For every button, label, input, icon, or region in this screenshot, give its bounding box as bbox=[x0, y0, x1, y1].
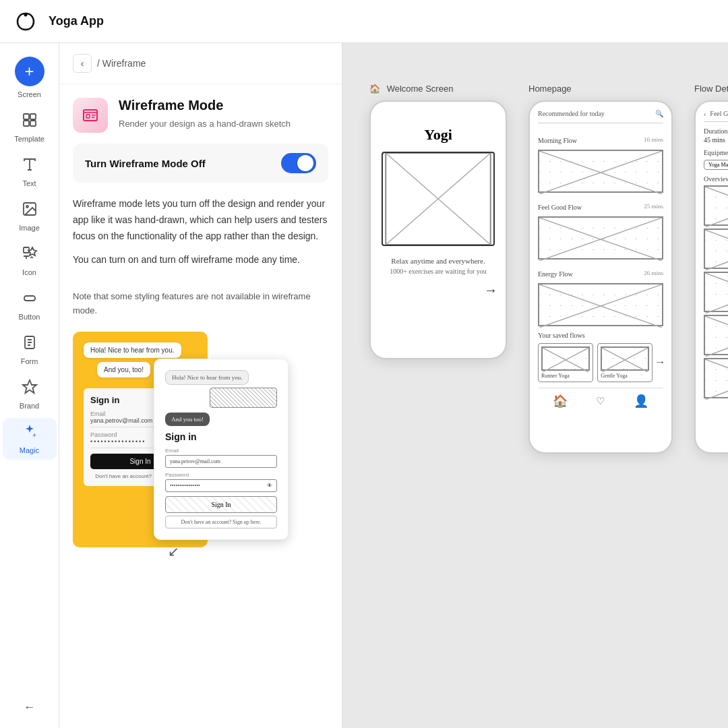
flow-detail-label: Flow Detail bbox=[694, 84, 728, 94]
welcome-wf-screen: Yogi Relax anytime and everywhere. 1000+… bbox=[371, 102, 506, 358]
form-label: Form bbox=[21, 357, 38, 365]
saved-card-1[interactable]: Runner Yoga bbox=[538, 343, 593, 382]
sidebar-item-brand[interactable]: Brand bbox=[3, 373, 57, 415]
sidebar-item-magic[interactable]: Magic bbox=[3, 418, 57, 460]
svg-line-34 bbox=[705, 359, 728, 400]
wireframe-hero: Wireframe Mode Render your design as a h… bbox=[59, 84, 342, 144]
homepage-wf-screen: Recommended for today 🔍 Morning Flow 16 … bbox=[530, 102, 671, 452]
wireframe-description: Render your design as a hand-drawn sketc… bbox=[119, 117, 291, 131]
chip-1[interactable]: Yoga Mat bbox=[704, 160, 728, 170]
wf-signup-link[interactable]: Don't have an account? Sign up here. bbox=[165, 516, 277, 528]
svg-line-32 bbox=[705, 316, 728, 357]
welcome-image-placeholder bbox=[382, 152, 495, 246]
icon-icon bbox=[22, 245, 38, 266]
welcome-subtext: 1000+ exercises are waiting for you bbox=[382, 268, 495, 275]
panel-breadcrumb: / Wireframe bbox=[97, 58, 146, 69]
description-paragraph-2: You can turn on and turn off wireframe m… bbox=[73, 252, 328, 268]
morning-flow-row: Morning Flow 16 mins bbox=[538, 131, 663, 147]
welcome-screen-label: 🏠 Welcome Screen bbox=[369, 84, 507, 94]
panel-header: ‹ / Wireframe bbox=[59, 43, 342, 84]
svg-line-28 bbox=[705, 230, 728, 270]
add-screen-button[interactable]: + bbox=[15, 57, 44, 86]
sidebar-item-icon[interactable]: Icon bbox=[3, 240, 57, 282]
svg-line-26 bbox=[705, 187, 728, 227]
flow-image-3 bbox=[704, 272, 728, 312]
text-icon bbox=[22, 156, 38, 177]
toggle-row: Turn Wireframe Mode Off bbox=[73, 144, 328, 183]
wf-signin-title: Sign in bbox=[165, 431, 277, 442]
button-label: Button bbox=[19, 313, 40, 321]
chat-bubble-1: Hola! Nice to hear from you. bbox=[84, 342, 181, 358]
wireframe-icon bbox=[73, 98, 108, 133]
homepage-container: Homepage Recommended for today 🔍 Morning… bbox=[528, 84, 673, 454]
panel-previews: Hola! Nice to hear from you. And you, to… bbox=[73, 332, 328, 588]
sidebar-back-button[interactable]: ← bbox=[3, 695, 57, 720]
svg-marker-10 bbox=[23, 380, 36, 393]
homepage-phone-frame: Recommended for today 🔍 Morning Flow 16 … bbox=[528, 100, 673, 454]
energy-flow-row: Energy Flow 26 mins bbox=[538, 265, 663, 280]
chat-bubble-2: And you, too! bbox=[97, 362, 150, 377]
wf-password-field[interactable]: •••••••••••••••• 👁 bbox=[165, 479, 277, 492]
signin-front-card: Hola! Nice to hear from you. And you too… bbox=[154, 359, 289, 540]
wf-email-field[interactable]: yana.petrov@mail.com bbox=[165, 455, 277, 468]
home-icon: 🏠 bbox=[369, 84, 380, 94]
svg-line-35 bbox=[705, 359, 728, 400]
template-icon bbox=[22, 112, 38, 132]
flow-detail-container: Flow Detail ‹ Feel G... Duration 45 mins… bbox=[694, 84, 728, 454]
wf-hatch-box bbox=[210, 388, 277, 408]
saved-flows-row: Runner Yoga Gentle Yoga → bbox=[538, 343, 663, 382]
svg-rect-3 bbox=[24, 121, 29, 126]
welcome-next-arrow[interactable]: → bbox=[382, 283, 495, 299]
sidebar-item-text[interactable]: Text bbox=[3, 151, 57, 193]
wf-chat-1: Hola! Nice to hear from you. bbox=[165, 370, 249, 385]
flow-back-btn[interactable]: ‹ bbox=[704, 110, 706, 117]
welcome-screen-container: 🏠 Welcome Screen Yogi Relax anytime and … bbox=[369, 84, 507, 359]
svg-line-29 bbox=[705, 230, 728, 270]
nav-profile[interactable]: 👤 bbox=[634, 394, 648, 408]
panel-back-button[interactable]: ‹ bbox=[73, 54, 92, 73]
svg-rect-2 bbox=[30, 114, 36, 119]
sidebar-item-screen[interactable]: + Screen bbox=[3, 51, 57, 104]
welcome-phone-frame: Yogi Relax anytime and everywhere. 1000+… bbox=[369, 100, 507, 359]
morning-flow-image bbox=[538, 150, 663, 193]
saved-flows-label: Your saved flows bbox=[538, 332, 663, 339]
template-label: Template bbox=[14, 135, 44, 143]
saved-next-btn[interactable]: → bbox=[657, 357, 663, 369]
panel-description: Wireframe mode lets you turn off the des… bbox=[59, 196, 342, 290]
brand-icon bbox=[22, 379, 38, 399]
text-label: Text bbox=[22, 179, 36, 187]
homepage-label: Homepage bbox=[528, 84, 673, 94]
sidebar-item-image[interactable]: Image bbox=[3, 195, 57, 237]
svg-rect-4 bbox=[30, 121, 36, 126]
svg-point-6 bbox=[26, 206, 28, 208]
svg-line-27 bbox=[705, 187, 728, 227]
wf-chat-2: And you too! bbox=[165, 413, 210, 426]
duration-label: Duration bbox=[704, 127, 728, 135]
search-bar: Recommended for today 🔍 bbox=[538, 110, 663, 123]
svg-rect-12 bbox=[86, 115, 90, 118]
duration-value: 45 mins bbox=[704, 136, 728, 144]
svg-rect-1 bbox=[24, 114, 29, 119]
top-bar: Yoga App bbox=[0, 0, 728, 43]
description-paragraph-1: Wireframe mode lets you turn off the des… bbox=[73, 196, 328, 244]
nav-heart[interactable]: ♡ bbox=[597, 394, 605, 408]
brand-label: Brand bbox=[20, 402, 39, 410]
button-icon bbox=[22, 290, 38, 310]
back-arrow-icon: ← bbox=[24, 700, 36, 715]
flow-detail-wf-screen: ‹ Feel G... Duration 45 mins Equipment Y… bbox=[696, 102, 728, 452]
wireframe-hero-text: Wireframe Mode Render your design as a h… bbox=[119, 98, 291, 131]
search-icon[interactable]: 🔍 bbox=[655, 110, 663, 117]
sidebar-item-template[interactable]: Template bbox=[3, 107, 57, 148]
feelgood-flow-image bbox=[538, 216, 663, 260]
sidebar-item-form[interactable]: Form bbox=[3, 329, 57, 371]
nav-home[interactable]: 🏠 bbox=[553, 394, 568, 408]
sidebar-item-button[interactable]: Button bbox=[3, 284, 57, 326]
image-label: Image bbox=[19, 224, 40, 232]
flow-image-5 bbox=[704, 358, 728, 398]
wf-signin-btn[interactable]: Sign In bbox=[165, 496, 277, 513]
magic-icon bbox=[22, 423, 38, 444]
wireframe-toggle[interactable] bbox=[281, 153, 316, 173]
equipment-chips: Yoga Mat Tow... bbox=[704, 158, 728, 170]
flow-detail-phone-frame: ‹ Feel G... Duration 45 mins Equipment Y… bbox=[694, 100, 728, 454]
saved-card-2[interactable]: Gentle Yoga bbox=[597, 343, 653, 382]
